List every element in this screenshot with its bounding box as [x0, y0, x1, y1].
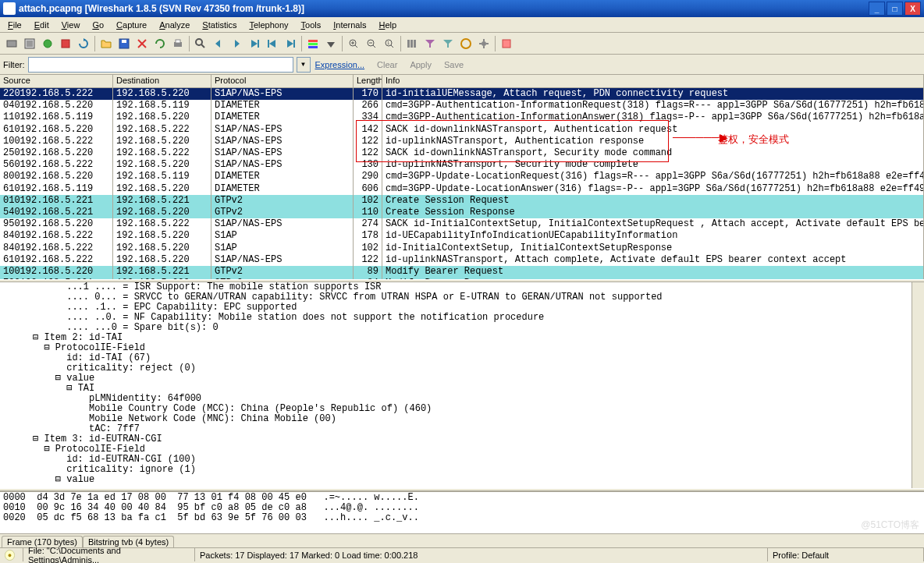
- svg-rect-43: [503, 40, 510, 48]
- menu-tools[interactable]: Tools: [297, 19, 326, 31]
- first-packet-icon[interactable]: [264, 35, 281, 52]
- svg-rect-11: [176, 40, 180, 43]
- menubar: FileEditViewGoCaptureAnalyzeStatisticsTe…: [0, 17, 924, 33]
- table-row[interactable]: 840192.168.5.222192.168.5.220S1AP102id-I…: [0, 243, 924, 254]
- svg-line-27: [355, 45, 357, 48]
- save-button[interactable]: Save: [444, 60, 464, 69]
- apply-button[interactable]: Apply: [410, 60, 432, 69]
- goto-packet-icon[interactable]: [246, 35, 263, 52]
- reload-icon[interactable]: [151, 35, 169, 52]
- menu-go[interactable]: Go: [87, 19, 108, 31]
- svg-rect-0: [7, 41, 16, 47]
- menu-statistics[interactable]: Statistics: [197, 19, 241, 31]
- table-row[interactable]: 250192.168.5.220192.168.5.222S1AP/NAS-EP…: [0, 147, 924, 159]
- expert-info-icon[interactable]: ●: [5, 550, 15, 561]
- detail-line[interactable]: criticality: ignore (1): [5, 465, 924, 475]
- go-back-icon[interactable]: [210, 35, 227, 52]
- svg-point-12: [196, 39, 202, 45]
- col-length[interactable]: Length: [354, 75, 382, 87]
- col-destination[interactable]: Destination: [113, 75, 211, 87]
- go-forward-icon[interactable]: [228, 35, 245, 52]
- display-filters-icon[interactable]: [439, 35, 457, 52]
- detail-line[interactable]: Mobile Network Code (MNC): China Mobile …: [5, 414, 924, 424]
- resize-columns-icon[interactable]: [403, 35, 421, 52]
- col-protocol[interactable]: Protocol: [211, 75, 354, 87]
- svg-marker-19: [269, 40, 275, 48]
- svg-rect-21: [293, 40, 295, 48]
- detail-line[interactable]: ⊟ value: [5, 374, 924, 384]
- print-icon[interactable]: [169, 35, 187, 52]
- detail-line[interactable]: .... ...0 = Spare bit(s): 0: [5, 323, 924, 333]
- window-title: attach.pcapng [Wireshark 1.8.5 (SVN Rev …: [19, 3, 304, 14]
- menu-file[interactable]: File: [3, 19, 27, 31]
- maximize-button[interactable]: □: [887, 2, 903, 16]
- table-row[interactable]: 010192.168.5.221192.168.5.221GTPv2102Cre…: [0, 195, 924, 207]
- table-row[interactable]: 100192.168.5.220192.168.5.221GTPv289Modi…: [0, 266, 924, 278]
- save-file-icon[interactable]: [116, 35, 133, 52]
- clear-button[interactable]: Clear: [377, 60, 397, 69]
- colorize-icon[interactable]: [304, 35, 322, 52]
- zoom-reset-icon[interactable]: 1: [381, 35, 398, 52]
- menu-capture[interactable]: Capture: [112, 19, 151, 31]
- menu-help[interactable]: Help: [374, 19, 401, 31]
- filter-dropdown-icon[interactable]: ▼: [297, 57, 311, 73]
- menu-internals[interactable]: Internals: [329, 19, 371, 31]
- expression-link[interactable]: Expression...: [315, 60, 365, 69]
- filter-input[interactable]: [28, 57, 293, 73]
- status-profile[interactable]: Profile: Default: [768, 548, 924, 561]
- table-row[interactable]: 610192.168.5.119192.168.5.220DIAMETER606…: [0, 183, 924, 195]
- status-packets: Packets: 17 Displayed: 17 Marked: 0 Load…: [195, 548, 768, 561]
- detail-line[interactable]: ⊟ value: [5, 475, 924, 485]
- table-row[interactable]: 220192.168.5.222192.168.5.220S1AP/NAS-EP…: [0, 88, 924, 100]
- table-row[interactable]: 110192.168.5.119192.168.5.220DIAMETER334…: [0, 112, 924, 123]
- menu-edit[interactable]: Edit: [30, 19, 54, 31]
- zoom-in-icon[interactable]: [345, 35, 362, 52]
- start-capture-icon[interactable]: [39, 35, 56, 52]
- packet-details-pane[interactable]: ...1 .... = ISR Support: The mobile stat…: [0, 282, 924, 488]
- packet-list-pane: Source Destination Protocol Length Info …: [0, 75, 924, 279]
- menu-view[interactable]: View: [57, 19, 85, 31]
- table-row[interactable]: 040192.168.5.220192.168.5.119DIAMETER266…: [0, 100, 924, 112]
- open-file-icon[interactable]: [98, 35, 115, 52]
- help-icon[interactable]: [498, 35, 515, 52]
- table-row[interactable]: 720192.168.5.221192.168.5.220GTPv284Modi…: [0, 278, 924, 279]
- stop-capture-icon[interactable]: [57, 35, 74, 52]
- filterbar: Filter: ▼ Expression... Clear Apply Save: [0, 55, 924, 75]
- svg-rect-37: [410, 40, 413, 48]
- svg-marker-15: [235, 40, 240, 48]
- svg-marker-16: [251, 40, 258, 48]
- col-source[interactable]: Source: [0, 75, 113, 87]
- titlebar: attach.pcapng [Wireshark 1.8.5 (SVN Rev …: [0, 0, 924, 17]
- table-row[interactable]: 610192.168.5.222192.168.5.220S1AP/NAS-EP…: [0, 254, 924, 266]
- zoom-out-icon[interactable]: [363, 35, 380, 52]
- col-info[interactable]: Info: [382, 75, 924, 87]
- menu-analyze[interactable]: Analyze: [155, 19, 194, 31]
- svg-rect-2: [27, 41, 33, 47]
- auto-scroll-icon[interactable]: [322, 35, 339, 52]
- close-button[interactable]: X: [904, 2, 921, 16]
- restart-capture-icon[interactable]: [75, 35, 92, 52]
- table-row[interactable]: 100192.168.5.222192.168.5.220S1AP/NAS-EP…: [0, 136, 924, 147]
- detail-line[interactable]: criticality: reject (0): [5, 363, 924, 374]
- minimize-button[interactable]: _: [869, 2, 885, 16]
- table-row[interactable]: 610192.168.5.220192.168.5.222S1AP/NAS-EP…: [0, 124, 924, 136]
- svg-rect-36: [407, 40, 410, 48]
- close-file-icon[interactable]: [133, 35, 151, 52]
- table-row[interactable]: 800192.168.5.220192.168.5.119DIAMETER290…: [0, 171, 924, 182]
- find-icon[interactable]: [192, 35, 209, 52]
- svg-marker-20: [287, 40, 293, 48]
- vertical-scrollbar[interactable]: [912, 282, 924, 488]
- coloring-rules-icon[interactable]: [457, 35, 474, 52]
- table-row[interactable]: 950192.168.5.220192.168.5.222S1AP/NAS-EP…: [0, 218, 924, 230]
- capture-filters-icon[interactable]: [421, 35, 439, 52]
- preferences-icon[interactable]: [475, 35, 492, 52]
- table-row[interactable]: 540192.168.5.221192.168.5.220GTPv2110Cre…: [0, 207, 924, 218]
- menu-telephony[interactable]: Telephony: [244, 19, 293, 31]
- packet-bytes-pane[interactable]: 0000 d4 3d 7e 1a ed 17 08 00 77 13 01 f4…: [0, 491, 924, 533]
- interfaces-icon[interactable]: [3, 35, 20, 52]
- last-packet-icon[interactable]: [282, 35, 299, 52]
- options-icon[interactable]: [21, 35, 38, 52]
- svg-rect-17: [258, 40, 259, 48]
- table-row[interactable]: 560192.168.5.222192.168.5.220S1AP/NAS-EP…: [0, 159, 924, 171]
- table-row[interactable]: 840192.168.5.222192.168.5.220S1AP178id-U…: [0, 230, 924, 242]
